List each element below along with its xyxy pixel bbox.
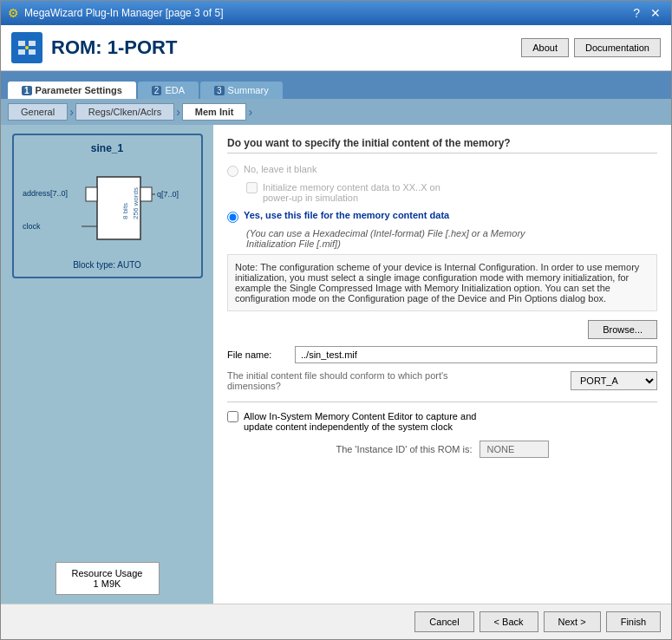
subtab-general[interactable]: General [8,103,68,121]
title-bar-controls: ? ✕ [630,7,664,19]
radio-no[interactable] [227,166,238,177]
checkbox-init[interactable] [246,182,258,193]
next-button[interactable]: Next > [544,611,601,632]
tab-num-2: 2 [152,86,162,95]
radio-yes-item: Yes, use this file for the memory conten… [227,210,657,223]
cancel-button[interactable]: Cancel [414,611,473,632]
close-button[interactable]: ✕ [647,7,664,19]
radio-no-label: No, leave it blank [244,164,316,174]
description-text: Note: The configuration scheme of your d… [227,254,657,311]
port-label: The initial content file should conform … [227,370,564,391]
section-title: Do you want to specify the initial conte… [227,137,657,153]
subtab-mem-init[interactable]: Mem Init [182,103,247,121]
instance-label: The 'Instance ID' of this ROM is: [336,444,472,454]
port-row: The initial content file should conform … [227,370,657,391]
finish-button[interactable]: Finish [606,611,661,632]
radio-yes-label: Yes, use this file for the memory conten… [244,210,449,220]
checkbox-init-row: Initialize memory content data to XX..X … [246,182,657,203]
subtab-bar: General › Regs/Clken/Aclrs › Mem Init › [1,99,671,125]
block-type-label: Block type: AUTO [21,260,194,270]
back-button[interactable]: < Back [480,611,538,632]
svg-text:q[7..0]: q[7..0] [157,190,179,199]
diagram-box: sine_1 address[7..0] q[7..0] [12,134,203,278]
tab-parameter-settings[interactable]: 1 Parameter Settings [8,82,136,99]
svg-text:256 words: 256 words [132,187,140,219]
subtab-regs[interactable]: Regs/Clken/Aclrs [75,103,174,121]
svg-text:address[7..0]: address[7..0] [23,189,68,198]
checkbox-insystem[interactable] [227,411,238,422]
resource-title: Resource Usage [67,568,148,578]
instance-id-input[interactable] [480,441,549,458]
svg-text:clock: clock [23,222,41,231]
page-title: ROM: 1-PORT [51,36,177,59]
file-label: File name: [227,349,288,360]
top-tabs: 1 Parameter Settings 2 EDA 3 Summary [1,71,671,99]
title-bar: ⚙ MegaWizard Plug-In Manager [page 3 of … [1,1,671,25]
arrow-icon-2: › [176,105,180,119]
help-button[interactable]: ? [630,7,643,19]
svg-rect-1 [18,41,25,46]
browse-row: Browse... [227,320,657,339]
checkbox-init-label: Initialize memory content data to XX..X … [263,182,440,203]
svg-text:8 bits: 8 bits [121,203,129,219]
about-button[interactable]: About [521,38,569,57]
documentation-button[interactable]: Documentation [574,38,661,57]
header-buttons: About Documentation [521,38,661,57]
diagram-inner: address[7..0] q[7..0] 8 bits 256 words [21,161,194,257]
svg-rect-15 [86,187,97,201]
arrow-icon-1: › [69,105,74,119]
svg-rect-16 [140,187,152,201]
chip-diagram: address[7..0] q[7..0] 8 bits 256 words [21,161,194,257]
instance-row: The 'Instance ID' of this ROM is: [227,441,657,458]
subtab-mem-init-label: Mem Init [195,107,234,117]
svg-rect-3 [18,49,25,55]
tab-summary[interactable]: 3 Summary [200,82,283,99]
title-bar-left: ⚙ MegaWizard Plug-In Manager [page 3 of … [8,6,223,20]
tab-label-2: EDA [165,85,185,95]
browse-button[interactable]: Browse... [588,320,657,339]
file-row: File name: [227,346,657,363]
tab-num-3: 3 [214,86,225,95]
arrow-icon-3: › [248,105,252,119]
svg-point-5 [25,46,29,49]
left-panel: sine_1 address[7..0] q[7..0] [1,125,213,604]
resource-usage-box: Resource Usage 1 M9K [55,562,160,595]
tab-label-3: Summary [228,85,269,95]
main-content: sine_1 address[7..0] q[7..0] [1,125,671,604]
footer: Cancel < Back Next > Finish [1,604,671,639]
note-text: (You can use a Hexadecimal (Intel-format… [246,228,657,249]
radio-yes[interactable] [227,212,238,223]
svg-rect-2 [29,41,36,46]
checkbox-insystem-label: Allow In-System Memory Content Editor to… [244,411,476,432]
subtab-general-label: General [21,107,55,117]
radio-no-item: No, leave it blank [227,164,657,177]
app-icon: ⚙ [8,6,19,20]
separator [227,402,657,402]
main-window: ⚙ MegaWizard Plug-In Manager [page 3 of … [0,0,672,640]
header-title-group: ROM: 1-PORT [11,32,177,63]
right-panel: Do you want to specify the initial conte… [213,125,671,604]
insystem-checkbox-row: Allow In-System Memory Content Editor to… [227,411,657,432]
diagram-title: sine_1 [21,142,194,154]
header-area: ROM: 1-PORT About Documentation [1,25,671,71]
subtab-regs-label: Regs/Clken/Aclrs [88,107,161,117]
resource-value: 1 M9K [67,578,148,589]
tab-label-1: Parameter Settings [36,85,122,95]
file-input[interactable] [295,346,657,363]
tab-num-1: 1 [22,86,32,95]
svg-rect-4 [29,49,36,55]
rom-icon [11,32,42,63]
port-select[interactable]: PORT_A PORT_B [571,371,657,390]
window-title: MegaWizard Plug-In Manager [page 3 of 5] [24,7,223,19]
tab-eda[interactable]: 2 EDA [138,82,199,99]
